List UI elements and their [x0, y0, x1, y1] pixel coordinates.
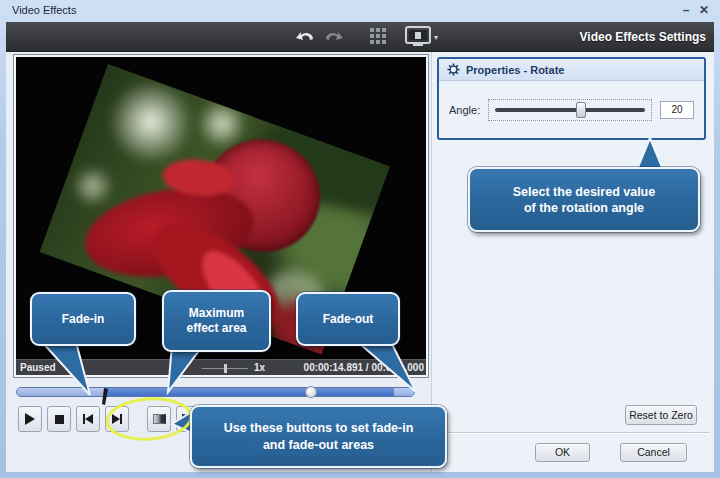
- properties-body: Angle: 20: [439, 81, 704, 139]
- callout-max-line2: effect area: [186, 321, 246, 336]
- play-icon: [25, 413, 35, 425]
- properties-title: Properties - Rotate: [466, 64, 564, 76]
- ok-button[interactable]: OK: [535, 443, 590, 462]
- monitor-dropdown-caret-icon[interactable]: ▾: [434, 33, 438, 42]
- seek-segment-after-fade-out: [394, 388, 414, 396]
- time-display-tail: .000: [405, 362, 424, 373]
- callout-fade-out: Fade-out: [296, 292, 400, 346]
- callout-rotate-line2: of the rotation angle: [524, 200, 644, 216]
- angle-slider[interactable]: [488, 99, 652, 121]
- play-button[interactable]: [18, 406, 42, 432]
- callout-fade-in: Fade-in: [30, 292, 136, 346]
- callout-fade-out-text: Fade-out: [323, 312, 374, 327]
- preview-statusbar: Paused 1x 00:00:14.891 / 00:00 .000: [16, 359, 426, 375]
- callout-max-effect-area: Maximum effect area: [162, 290, 271, 352]
- main-area: Paused 1x 00:00:14.891 / 00:00 .000: [6, 52, 714, 472]
- next-frame-button[interactable]: [105, 406, 129, 432]
- seek-segment-before-fade-in: [17, 388, 104, 396]
- speed-slider-handle[interactable]: [224, 364, 227, 373]
- angle-slider-track: [495, 108, 645, 112]
- speed-label: 1x: [254, 362, 265, 373]
- controls-gap: [134, 406, 142, 432]
- footer-divider: [437, 432, 710, 434]
- minimize-button[interactable]: –: [678, 2, 694, 18]
- transport-controls: [18, 406, 200, 432]
- playhead-handle[interactable]: [305, 386, 317, 398]
- stop-icon: [55, 415, 64, 424]
- stop-button[interactable]: [47, 406, 71, 432]
- callout-buttons-line1: Use these buttons to set fade-in: [224, 420, 414, 437]
- seek-segment-effect-area: [104, 388, 394, 396]
- properties-header: Properties - Rotate: [439, 59, 704, 81]
- previous-frame-button[interactable]: [76, 406, 100, 432]
- callout-rotation-angle: Select the desired value of the rotation…: [468, 167, 700, 232]
- callout-fade-in-text: Fade-in: [62, 312, 105, 327]
- grid-layout-icon[interactable]: [368, 26, 392, 48]
- photo-blob: [65, 160, 121, 213]
- reset-to-zero-button[interactable]: Reset to Zero: [625, 405, 697, 425]
- set-fade-in-button[interactable]: [147, 406, 171, 432]
- previous-frame-icon: [83, 414, 93, 424]
- properties-rotate-panel: Properties - Rotate Angle: 20: [437, 57, 706, 140]
- gear-icon: [447, 63, 460, 76]
- next-frame-icon: [112, 414, 122, 424]
- angle-slider-handle[interactable]: [576, 102, 586, 118]
- titlebar: Video Effects – ✕: [0, 0, 720, 22]
- redo-icon[interactable]: [322, 27, 346, 47]
- cancel-button[interactable]: Cancel: [620, 443, 687, 462]
- video-effects-window: Video Effects – ✕ ▾ Video Effects Settin…: [0, 0, 720, 478]
- time-display: 00:00:14.891 / 00:00: [304, 362, 397, 373]
- angle-label: Angle:: [449, 104, 480, 116]
- window-title: Video Effects: [12, 4, 76, 16]
- toolbar: ▾ Video Effects Settings: [6, 22, 714, 52]
- monitor-icon[interactable]: [404, 26, 432, 48]
- undo-icon[interactable]: [293, 27, 317, 47]
- playback-state-label: Paused: [20, 362, 56, 373]
- seek-bar[interactable]: [16, 387, 415, 397]
- close-button[interactable]: ✕: [696, 2, 712, 18]
- angle-value-field[interactable]: 20: [660, 101, 694, 119]
- callout-fade-buttons: Use these buttons to set fade-in and fad…: [190, 405, 447, 468]
- callout-rotate-line1: Select the desired value: [513, 184, 655, 200]
- settings-title: Video Effects Settings: [580, 30, 706, 44]
- callout-max-line1: Maximum: [189, 306, 244, 321]
- fade-in-icon: [153, 414, 166, 424]
- callout-buttons-line2: and fade-out areas: [263, 437, 374, 454]
